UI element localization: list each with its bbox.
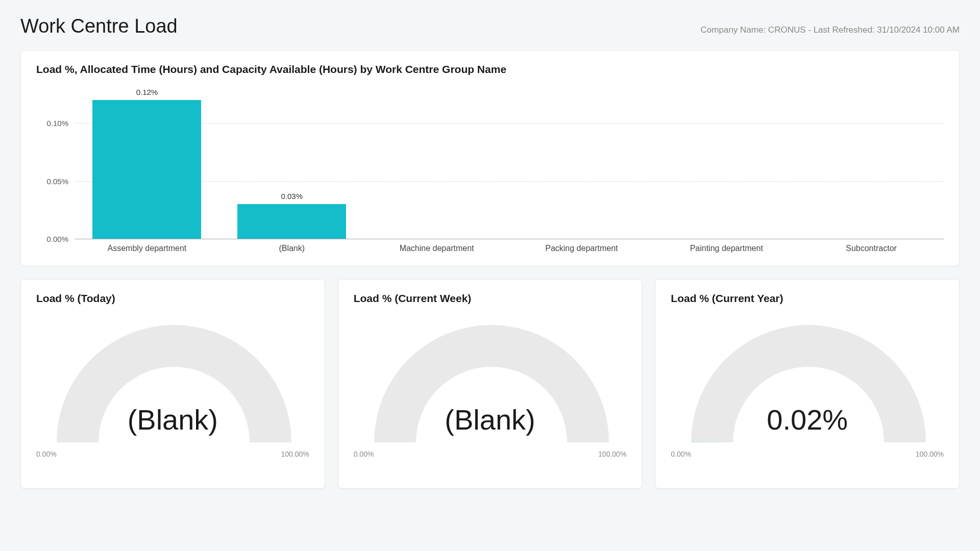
bar-value-label: 0.12% [136,88,158,96]
bar-slot: 0.03% [219,88,364,239]
gauge-max-label: 100.00% [281,450,309,458]
bar-chart: 0.10% 0.05% 0.00% 0.12%0.03% [36,88,944,239]
bar[interactable]: 0.03% [237,204,346,239]
x-tick: Machine department [364,244,509,253]
gauge-title: Load % (Current Week) [354,292,627,305]
y-tick: 0.00% [46,235,68,243]
bar-slot [799,88,944,239]
gauge-min-label: 0.00% [354,450,374,458]
bar-slot [364,88,509,239]
x-tick: Subcontractor [799,244,944,253]
page-title: Work Centre Load [20,15,178,37]
baseline [75,239,944,239]
x-tick: Assembly department [75,244,219,253]
bar-chart-x-axis: Assembly department(Blank)Machine depart… [75,244,944,253]
gauge-title: Load % (Current Year) [671,292,944,305]
gauge-value: 0.02% [671,403,944,436]
bar-chart-card[interactable]: Load %, Allocated Time (Hours) and Capac… [20,50,960,266]
gauge: 0.02%0.00%100.00% [671,322,944,475]
bar-chart-y-axis: 0.10% 0.05% 0.00% [36,88,75,239]
bar-chart-title: Load %, Allocated Time (Hours) and Capac… [36,63,944,76]
gauge-title: Load % (Today) [36,292,309,305]
bar-slot: 0.12% [75,88,219,239]
company-refresh-info: Company Name: CRONUS - Last Refreshed: 3… [701,25,960,35]
gauge-card[interactable]: Load % (Current Week) (Blank)0.00%100.00… [338,279,643,489]
gauge-min-label: 0.00% [671,450,691,458]
dashboard-header: Work Centre Load Company Name: CRONUS - … [20,15,960,37]
bar-chart-plot: 0.12%0.03% [75,88,944,239]
gauge: (Blank)0.00%100.00% [354,322,627,475]
y-tick: 0.10% [46,119,68,128]
gauge-value: (Blank) [354,403,627,436]
bar[interactable]: 0.12% [92,100,201,239]
y-tick: 0.05% [46,177,68,185]
bar-slot [654,88,799,239]
gauge-min-label: 0.00% [36,450,57,458]
x-tick: Painting department [654,244,799,253]
gauge-value: (Blank) [36,403,309,436]
bar-value-label: 0.03% [281,192,303,201]
x-tick: Packing department [509,244,654,253]
bar-slot [509,88,654,239]
gauge-card[interactable]: Load % (Today) (Blank)0.00%100.00% [20,279,325,489]
gauge: (Blank)0.00%100.00% [36,322,309,475]
gauge-max-label: 100.00% [916,450,944,458]
gauge-max-label: 100.00% [598,450,626,458]
gauges-row: Load % (Today) (Blank)0.00%100.00%Load %… [20,279,960,489]
gauge-card[interactable]: Load % (Current Year) 0.02%0.00%100.00% [655,279,960,489]
x-tick: (Blank) [219,244,364,253]
